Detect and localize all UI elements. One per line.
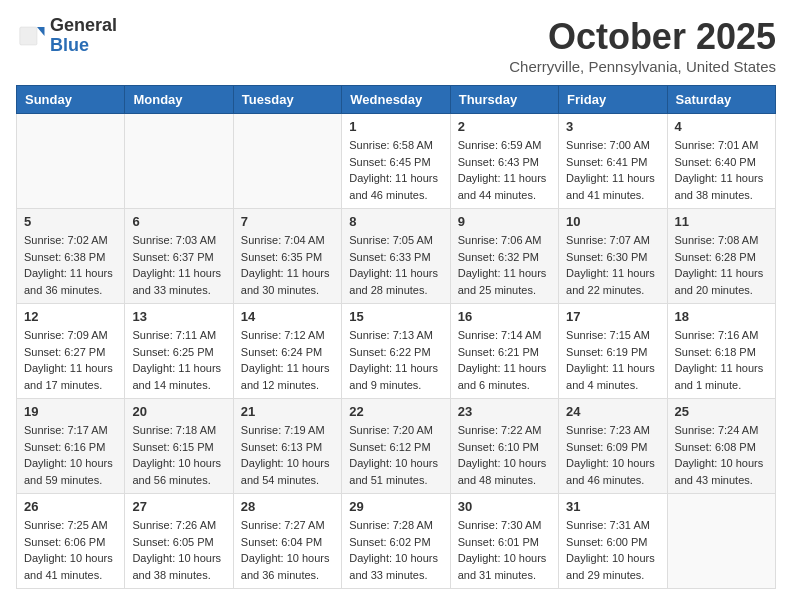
day-number: 12 <box>24 309 117 324</box>
day-info: Sunrise: 7:13 AM Sunset: 6:22 PM Dayligh… <box>349 327 442 393</box>
day-info: Sunrise: 7:00 AM Sunset: 6:41 PM Dayligh… <box>566 137 659 203</box>
calendar-cell: 27Sunrise: 7:26 AM Sunset: 6:05 PM Dayli… <box>125 494 233 589</box>
day-info: Sunrise: 7:22 AM Sunset: 6:10 PM Dayligh… <box>458 422 551 488</box>
calendar-cell: 20Sunrise: 7:18 AM Sunset: 6:15 PM Dayli… <box>125 399 233 494</box>
calendar-cell: 3Sunrise: 7:00 AM Sunset: 6:41 PM Daylig… <box>559 114 667 209</box>
calendar-cell: 4Sunrise: 7:01 AM Sunset: 6:40 PM Daylig… <box>667 114 775 209</box>
calendar-cell: 15Sunrise: 7:13 AM Sunset: 6:22 PM Dayli… <box>342 304 450 399</box>
day-number: 16 <box>458 309 551 324</box>
day-number: 6 <box>132 214 225 229</box>
svg-rect-1 <box>20 27 37 45</box>
day-info: Sunrise: 7:16 AM Sunset: 6:18 PM Dayligh… <box>675 327 768 393</box>
day-number: 8 <box>349 214 442 229</box>
day-info: Sunrise: 7:02 AM Sunset: 6:38 PM Dayligh… <box>24 232 117 298</box>
calendar-cell <box>17 114 125 209</box>
calendar-cell: 13Sunrise: 7:11 AM Sunset: 6:25 PM Dayli… <box>125 304 233 399</box>
day-info: Sunrise: 7:03 AM Sunset: 6:37 PM Dayligh… <box>132 232 225 298</box>
column-header-wednesday: Wednesday <box>342 86 450 114</box>
day-number: 9 <box>458 214 551 229</box>
calendar-cell: 23Sunrise: 7:22 AM Sunset: 6:10 PM Dayli… <box>450 399 558 494</box>
day-info: Sunrise: 7:15 AM Sunset: 6:19 PM Dayligh… <box>566 327 659 393</box>
calendar-table: SundayMondayTuesdayWednesdayThursdayFrid… <box>16 85 776 589</box>
day-number: 26 <box>24 499 117 514</box>
day-number: 22 <box>349 404 442 419</box>
calendar-cell: 10Sunrise: 7:07 AM Sunset: 6:30 PM Dayli… <box>559 209 667 304</box>
day-info: Sunrise: 7:17 AM Sunset: 6:16 PM Dayligh… <box>24 422 117 488</box>
calendar-cell: 1Sunrise: 6:58 AM Sunset: 6:45 PM Daylig… <box>342 114 450 209</box>
day-info: Sunrise: 7:20 AM Sunset: 6:12 PM Dayligh… <box>349 422 442 488</box>
day-number: 10 <box>566 214 659 229</box>
day-number: 1 <box>349 119 442 134</box>
calendar-cell: 12Sunrise: 7:09 AM Sunset: 6:27 PM Dayli… <box>17 304 125 399</box>
month-title: October 2025 <box>509 16 776 58</box>
calendar-week-row: 12Sunrise: 7:09 AM Sunset: 6:27 PM Dayli… <box>17 304 776 399</box>
logo: General Blue <box>16 16 117 56</box>
day-info: Sunrise: 7:28 AM Sunset: 6:02 PM Dayligh… <box>349 517 442 583</box>
calendar-week-row: 1Sunrise: 6:58 AM Sunset: 6:45 PM Daylig… <box>17 114 776 209</box>
calendar-week-row: 26Sunrise: 7:25 AM Sunset: 6:06 PM Dayli… <box>17 494 776 589</box>
day-info: Sunrise: 7:07 AM Sunset: 6:30 PM Dayligh… <box>566 232 659 298</box>
day-number: 11 <box>675 214 768 229</box>
calendar-week-row: 5Sunrise: 7:02 AM Sunset: 6:38 PM Daylig… <box>17 209 776 304</box>
day-info: Sunrise: 7:05 AM Sunset: 6:33 PM Dayligh… <box>349 232 442 298</box>
day-info: Sunrise: 6:59 AM Sunset: 6:43 PM Dayligh… <box>458 137 551 203</box>
calendar-cell: 6Sunrise: 7:03 AM Sunset: 6:37 PM Daylig… <box>125 209 233 304</box>
logo-blue-text: Blue <box>50 36 117 56</box>
day-info: Sunrise: 7:30 AM Sunset: 6:01 PM Dayligh… <box>458 517 551 583</box>
calendar-cell: 11Sunrise: 7:08 AM Sunset: 6:28 PM Dayli… <box>667 209 775 304</box>
day-info: Sunrise: 7:11 AM Sunset: 6:25 PM Dayligh… <box>132 327 225 393</box>
day-info: Sunrise: 7:19 AM Sunset: 6:13 PM Dayligh… <box>241 422 334 488</box>
day-number: 25 <box>675 404 768 419</box>
column-header-sunday: Sunday <box>17 86 125 114</box>
calendar-cell: 31Sunrise: 7:31 AM Sunset: 6:00 PM Dayli… <box>559 494 667 589</box>
calendar-header-row: SundayMondayTuesdayWednesdayThursdayFrid… <box>17 86 776 114</box>
day-number: 5 <box>24 214 117 229</box>
day-info: Sunrise: 7:01 AM Sunset: 6:40 PM Dayligh… <box>675 137 768 203</box>
calendar-cell: 29Sunrise: 7:28 AM Sunset: 6:02 PM Dayli… <box>342 494 450 589</box>
calendar-cell <box>233 114 341 209</box>
calendar-cell <box>667 494 775 589</box>
day-number: 20 <box>132 404 225 419</box>
logo-general-text: General <box>50 16 117 36</box>
day-number: 24 <box>566 404 659 419</box>
calendar-cell: 8Sunrise: 7:05 AM Sunset: 6:33 PM Daylig… <box>342 209 450 304</box>
logo-icon <box>16 21 46 51</box>
day-number: 27 <box>132 499 225 514</box>
day-number: 2 <box>458 119 551 134</box>
calendar-cell: 5Sunrise: 7:02 AM Sunset: 6:38 PM Daylig… <box>17 209 125 304</box>
day-number: 19 <box>24 404 117 419</box>
day-info: Sunrise: 7:09 AM Sunset: 6:27 PM Dayligh… <box>24 327 117 393</box>
day-info: Sunrise: 6:58 AM Sunset: 6:45 PM Dayligh… <box>349 137 442 203</box>
column-header-thursday: Thursday <box>450 86 558 114</box>
calendar-week-row: 19Sunrise: 7:17 AM Sunset: 6:16 PM Dayli… <box>17 399 776 494</box>
day-info: Sunrise: 7:18 AM Sunset: 6:15 PM Dayligh… <box>132 422 225 488</box>
day-info: Sunrise: 7:06 AM Sunset: 6:32 PM Dayligh… <box>458 232 551 298</box>
column-header-tuesday: Tuesday <box>233 86 341 114</box>
day-number: 31 <box>566 499 659 514</box>
day-info: Sunrise: 7:24 AM Sunset: 6:08 PM Dayligh… <box>675 422 768 488</box>
day-info: Sunrise: 7:12 AM Sunset: 6:24 PM Dayligh… <box>241 327 334 393</box>
svg-marker-0 <box>37 27 45 36</box>
calendar-cell: 7Sunrise: 7:04 AM Sunset: 6:35 PM Daylig… <box>233 209 341 304</box>
day-number: 18 <box>675 309 768 324</box>
calendar-cell: 2Sunrise: 6:59 AM Sunset: 6:43 PM Daylig… <box>450 114 558 209</box>
day-info: Sunrise: 7:08 AM Sunset: 6:28 PM Dayligh… <box>675 232 768 298</box>
calendar-cell: 21Sunrise: 7:19 AM Sunset: 6:13 PM Dayli… <box>233 399 341 494</box>
day-number: 3 <box>566 119 659 134</box>
calendar-cell: 24Sunrise: 7:23 AM Sunset: 6:09 PM Dayli… <box>559 399 667 494</box>
day-number: 30 <box>458 499 551 514</box>
location-text: Cherryville, Pennsylvania, United States <box>509 58 776 75</box>
day-number: 28 <box>241 499 334 514</box>
day-number: 21 <box>241 404 334 419</box>
title-block: October 2025 Cherryville, Pennsylvania, … <box>509 16 776 75</box>
calendar-cell <box>125 114 233 209</box>
column-header-monday: Monday <box>125 86 233 114</box>
day-number: 29 <box>349 499 442 514</box>
calendar-cell: 19Sunrise: 7:17 AM Sunset: 6:16 PM Dayli… <box>17 399 125 494</box>
calendar-cell: 25Sunrise: 7:24 AM Sunset: 6:08 PM Dayli… <box>667 399 775 494</box>
day-number: 13 <box>132 309 225 324</box>
column-header-saturday: Saturday <box>667 86 775 114</box>
calendar-cell: 17Sunrise: 7:15 AM Sunset: 6:19 PM Dayli… <box>559 304 667 399</box>
calendar-cell: 18Sunrise: 7:16 AM Sunset: 6:18 PM Dayli… <box>667 304 775 399</box>
day-info: Sunrise: 7:23 AM Sunset: 6:09 PM Dayligh… <box>566 422 659 488</box>
